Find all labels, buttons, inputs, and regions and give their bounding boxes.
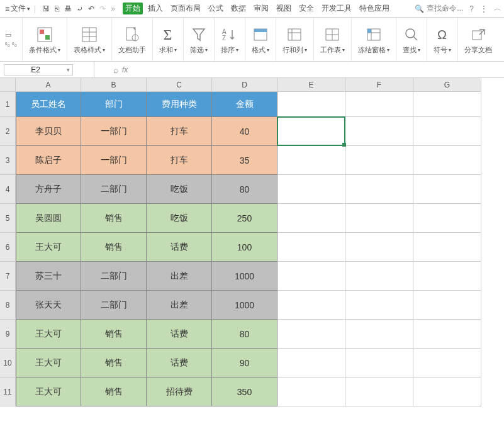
cell-G1[interactable]: [413, 92, 481, 117]
cell-C1[interactable]: 费用种类: [147, 92, 212, 117]
ribbon-share[interactable]: 分享文档: [458, 18, 498, 61]
cell-A1[interactable]: 员工姓名: [16, 92, 81, 117]
cell-F4[interactable]: [345, 175, 413, 204]
cell-E7[interactable]: [277, 262, 345, 291]
cell-C5[interactable]: 吃饭: [147, 204, 212, 233]
cell-A5[interactable]: 吴圆圆: [16, 204, 81, 233]
cell-B3[interactable]: 一部门: [81, 146, 147, 175]
tab-formula[interactable]: 公式: [206, 2, 226, 15]
cell-F9[interactable]: [345, 320, 413, 349]
cell-E6[interactable]: [277, 233, 345, 262]
name-box[interactable]: E2 ▾: [4, 64, 73, 76]
cell-D11[interactable]: 350: [212, 378, 277, 406]
cell-B2[interactable]: 一部门: [81, 117, 147, 146]
rowhead-9[interactable]: 9: [0, 320, 16, 349]
ribbon-doc-helper[interactable]: 文档助手: [112, 18, 153, 61]
colhead-B[interactable]: B: [81, 78, 147, 92]
cell-E5[interactable]: [277, 204, 345, 233]
cell-C9[interactable]: 话费: [147, 320, 212, 349]
cell-G5[interactable]: [413, 204, 481, 233]
cell-E1[interactable]: [277, 92, 345, 117]
rowhead-11[interactable]: 11: [0, 378, 16, 406]
rowhead-8[interactable]: 8: [0, 291, 16, 320]
ribbon-format[interactable]: 格式▾: [245, 18, 276, 61]
cell-A8[interactable]: 张天天: [16, 291, 81, 320]
cell-F1[interactable]: [345, 92, 413, 117]
ribbon-symbol[interactable]: Ω 符号▾: [427, 18, 458, 61]
ribbon-sum[interactable]: Σ 求和▾: [153, 18, 184, 61]
cell-F5[interactable]: [345, 204, 413, 233]
rowhead-3[interactable]: 3: [0, 146, 16, 175]
colhead-D[interactable]: D: [212, 78, 277, 92]
print-icon[interactable]: 🖶: [64, 4, 72, 13]
colhead-F[interactable]: F: [345, 78, 413, 92]
command-search[interactable]: 🔍 查找命令...: [415, 3, 463, 14]
save-icon[interactable]: 🖫: [42, 4, 50, 13]
cell-C2[interactable]: 打车: [147, 117, 212, 146]
cell-A7[interactable]: 苏三十: [16, 262, 81, 291]
cell-A3[interactable]: 陈启子: [16, 146, 81, 175]
cell-A4[interactable]: 方舟子: [16, 175, 81, 204]
rowhead-7[interactable]: 7: [0, 262, 16, 291]
rowhead-5[interactable]: 5: [0, 204, 16, 233]
cell-C11[interactable]: 招待费: [147, 378, 212, 406]
cell-G2[interactable]: [413, 117, 481, 146]
cell-A11[interactable]: 王大可: [16, 378, 81, 406]
cell-F11[interactable]: [345, 378, 413, 406]
cell-D4[interactable]: 80: [212, 175, 277, 204]
cell-D6[interactable]: 100: [212, 233, 277, 262]
cell-A10[interactable]: 王大可: [16, 349, 81, 378]
tab-data[interactable]: 数据: [228, 2, 249, 15]
ribbon-rowcol[interactable]: 行和列▾: [276, 18, 314, 61]
cell-A2[interactable]: 李贝贝: [16, 117, 81, 146]
cell-G3[interactable]: [413, 146, 481, 175]
cell-G9[interactable]: [413, 320, 481, 349]
cell-G11[interactable]: [413, 378, 481, 406]
cell-G10[interactable]: [413, 349, 481, 378]
tab-review[interactable]: 审阅: [251, 2, 271, 15]
cell-E3[interactable]: [277, 146, 345, 175]
rowhead-6[interactable]: 6: [0, 233, 16, 262]
ribbon-sort[interactable]: AZ 排序▾: [215, 18, 245, 61]
rowhead-10[interactable]: 10: [0, 349, 16, 378]
cell-B9[interactable]: 销售: [81, 320, 147, 349]
cell-B7[interactable]: 二部门: [81, 262, 147, 291]
cell-C8[interactable]: 出差: [147, 291, 212, 320]
ribbon-filter[interactable]: 筛选▾: [184, 18, 215, 61]
colhead-C[interactable]: C: [147, 78, 212, 92]
cell-F3[interactable]: [345, 146, 413, 175]
cell-D10[interactable]: 90: [212, 349, 277, 378]
rowhead-1[interactable]: 1: [0, 92, 16, 117]
ribbon-freeze[interactable]: 冻结窗格▾: [352, 18, 396, 61]
cell-D9[interactable]: 80: [212, 320, 277, 349]
cell-E9[interactable]: [277, 320, 345, 349]
cell-F8[interactable]: [345, 291, 413, 320]
tab-view[interactable]: 视图: [274, 2, 294, 15]
indent-decrease[interactable]: ⁰₀ ⁰₀: [5, 42, 17, 48]
redo-icon[interactable]: ↷: [99, 4, 106, 13]
cell-D1[interactable]: 金额: [212, 92, 277, 117]
select-all-corner[interactable]: [0, 78, 16, 92]
cell-G6[interactable]: [413, 233, 481, 262]
tab-special[interactable]: 特色应用: [357, 2, 392, 15]
cell-F10[interactable]: [345, 349, 413, 378]
cell-G8[interactable]: [413, 291, 481, 320]
undo-icon[interactable]: ↶: [88, 4, 94, 13]
fx-label[interactable]: fx: [122, 65, 128, 74]
rowhead-4[interactable]: 4: [0, 175, 16, 204]
cell-E4[interactable]: [277, 175, 345, 204]
cell-C10[interactable]: 话费: [147, 349, 212, 378]
cell-A9[interactable]: 王大可: [16, 320, 81, 349]
tab-pagelayout[interactable]: 页面布局: [168, 2, 203, 15]
cell-B6[interactable]: 销售: [81, 233, 147, 262]
cell-E11[interactable]: [277, 378, 345, 406]
cell-F7[interactable]: [345, 262, 413, 291]
cell-D5[interactable]: 250: [212, 204, 277, 233]
cell-B5[interactable]: 销售: [81, 204, 147, 233]
cell-D2[interactable]: 40: [212, 117, 277, 146]
cell-B1[interactable]: 部门: [81, 92, 147, 117]
cell-D7[interactable]: 1000: [212, 262, 277, 291]
cell-F2[interactable]: [345, 117, 413, 146]
cell-A6[interactable]: 王大可: [16, 233, 81, 262]
export-icon[interactable]: ⤾: [77, 4, 83, 13]
